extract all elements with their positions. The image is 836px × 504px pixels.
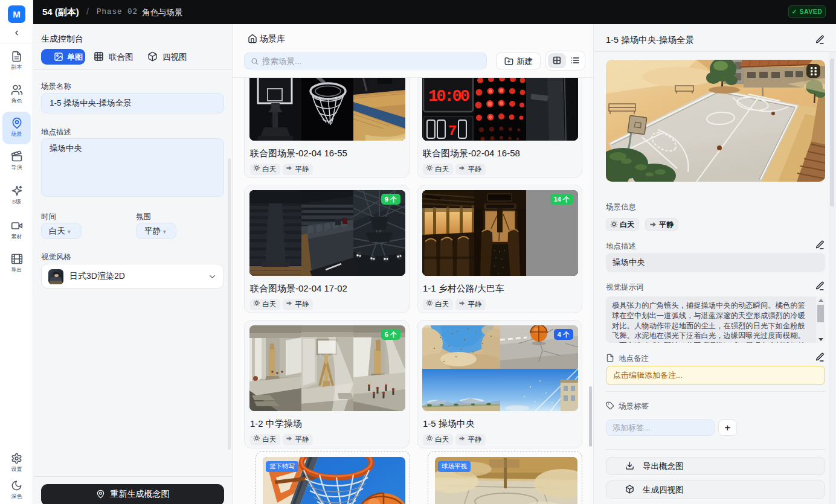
svg-text:7: 7 bbox=[448, 123, 457, 139]
svg-text:10:00: 10:00 bbox=[428, 88, 469, 106]
